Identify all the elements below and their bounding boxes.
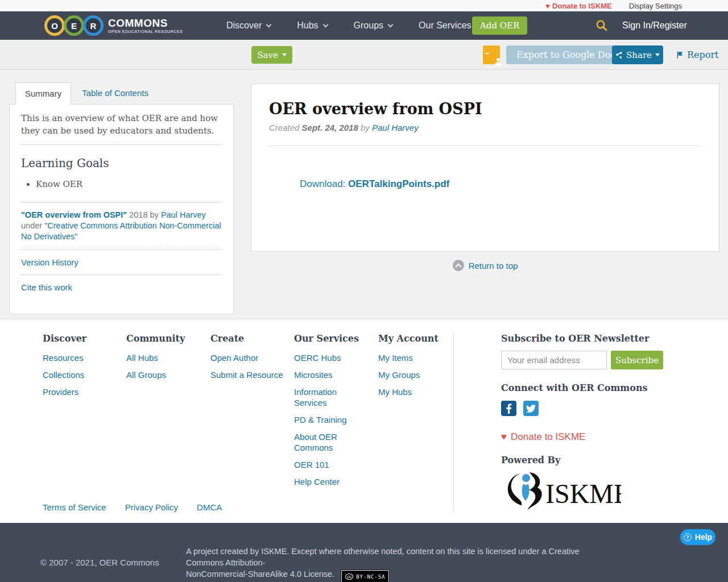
- by-label: by: [358, 123, 372, 132]
- share-button[interactable]: Share: [612, 45, 663, 64]
- footer-link-about-oer-commons[interactable]: About OER Commons: [294, 431, 362, 453]
- logo-ring-e: E: [64, 15, 84, 36]
- google-classroom-button[interactable]: [483, 45, 500, 64]
- oer-commons-logo[interactable]: O E R COMMONS OPEN EDUCATIONAL RESOURCES: [44, 15, 183, 36]
- donate-iskme-link[interactable]: ♥Donate to ISKME: [501, 431, 585, 443]
- attribution-title-link[interactable]: "OER overview from OSPI": [21, 210, 127, 219]
- version-history-link[interactable]: Version History: [21, 257, 222, 267]
- question-icon: ?: [684, 533, 692, 541]
- footer-link-my-hubs[interactable]: My Hubs: [378, 386, 441, 397]
- divider: [21, 250, 222, 250]
- nav-label: Our Services: [419, 20, 471, 30]
- caret-down-icon: [282, 53, 287, 56]
- report-link[interactable]: Report: [676, 40, 718, 70]
- terms-of-service-link[interactable]: Terms of Service: [43, 502, 106, 512]
- footer-column-our-services: Our Services OERC Hubs Microsites Inform…: [294, 333, 362, 493]
- nav-item-our-services[interactable]: Our Services: [419, 20, 480, 31]
- nav-item-hubs[interactable]: Hubs: [297, 20, 327, 31]
- footer-link-my-items[interactable]: My Items: [378, 352, 441, 363]
- iskme-logo[interactable]: ISKME: [504, 470, 672, 513]
- divider: [21, 202, 222, 202]
- help-label: Help: [695, 533, 712, 542]
- footer-link-submit-resource[interactable]: Submit a Resource: [210, 369, 293, 380]
- flag-icon: [676, 51, 684, 59]
- help-button[interactable]: ? Help: [680, 529, 715, 545]
- footer-link-collections[interactable]: Collections: [43, 369, 117, 380]
- footer-column-create: Create Open Author Submit a Resource: [210, 333, 293, 386]
- search-icon[interactable]: [595, 19, 609, 32]
- heart-icon: ♥: [545, 2, 550, 10]
- summary-panel: This is an overview of what OER are and …: [9, 104, 234, 314]
- footer-link-help-center[interactable]: Help Center: [294, 476, 362, 487]
- learning-goals-list: Know OER: [36, 179, 222, 189]
- newsletter-email-input[interactable]: [501, 351, 607, 369]
- return-to-top-link[interactable]: Return to top: [453, 260, 518, 271]
- tab-table-of-contents[interactable]: Table of Contents: [71, 82, 159, 105]
- license-text: A project created by ISKME. Except where…: [186, 546, 618, 582]
- share-label: Share: [626, 50, 652, 60]
- footer-column-title: Our Services: [294, 333, 362, 344]
- license-line2: NonCommercial-ShareAlike 4.0 License.: [186, 569, 334, 579]
- footer-link-oerc-hubs[interactable]: OERC Hubs: [294, 352, 362, 363]
- copyright: © 2007 - 2021, OER Commons: [40, 558, 159, 567]
- logo-ring-r: R: [83, 15, 104, 36]
- tab-summary[interactable]: Summary: [15, 82, 71, 105]
- download-label: Download:: [300, 178, 348, 189]
- nav-label: Groups: [354, 20, 383, 30]
- nav-item-discover[interactable]: Discover: [226, 20, 271, 31]
- footer-link-open-author[interactable]: Open Author: [210, 352, 293, 363]
- cc-icon: cc: [345, 573, 353, 580]
- footer-link-resources[interactable]: Resources: [43, 352, 117, 363]
- sidebar-tabs: Summary Table of Contents: [15, 82, 159, 105]
- download-file-link[interactable]: OERTalkingPoints.pdf: [348, 178, 449, 189]
- author-link[interactable]: Paul Harvey: [372, 123, 419, 132]
- footer-link-my-groups[interactable]: My Groups: [378, 369, 441, 380]
- navbar: O E R COMMONS OPEN EDUCATIONAL RESOURCES…: [0, 11, 728, 40]
- twitter-icon[interactable]: [523, 401, 539, 416]
- display-settings-link[interactable]: Display Settings: [629, 2, 682, 10]
- share-icon: [615, 51, 623, 59]
- resource-description: This is an overview of what OER are and …: [21, 113, 222, 138]
- footer-link-microsites[interactable]: Microsites: [294, 369, 362, 380]
- cite-this-work-link[interactable]: Cite this work: [21, 282, 222, 292]
- nav-label: Discover: [226, 20, 262, 30]
- footer-link-all-groups[interactable]: All Groups: [126, 369, 200, 380]
- attribution-meta: 2018 by: [127, 210, 161, 219]
- footer-link-information-services[interactable]: Information Services: [294, 386, 362, 408]
- save-button[interactable]: Save: [251, 46, 292, 64]
- sign-in-register-link[interactable]: Sign In/Register: [622, 11, 687, 40]
- footer-link-pd-training[interactable]: PD & Training: [294, 414, 362, 425]
- cc-by-nc-sa-badge[interactable]: ccBY-NC-SA: [341, 570, 389, 582]
- add-oer-button[interactable]: Add OER: [472, 16, 527, 35]
- chevron-down-icon: [388, 22, 394, 28]
- nav-item-groups[interactable]: Groups: [354, 20, 392, 31]
- subscribe-button[interactable]: Subscribe: [611, 351, 663, 369]
- legal-links: Terms of Service Privacy Policy DMCA: [43, 502, 222, 512]
- dmca-link[interactable]: DMCA: [197, 502, 222, 512]
- logo-title: COMMONS: [108, 18, 183, 28]
- powered-by-title: Powered By: [501, 455, 672, 465]
- save-label: Save: [257, 50, 278, 60]
- attribution-author-link[interactable]: Paul Harvey: [161, 210, 206, 219]
- donate-link[interactable]: ♥Donate to ISKME: [545, 2, 611, 10]
- heart-icon: ♥: [501, 431, 507, 443]
- footer-link-all-hubs[interactable]: All Hubs: [126, 352, 200, 363]
- footer-link-providers[interactable]: Providers: [43, 386, 117, 397]
- divider: [269, 146, 701, 146]
- newsletter-title: Subscribe to OER Newsletter: [501, 333, 672, 344]
- footer-column-discover: Discover Resources Collections Providers: [43, 333, 117, 404]
- divider: [21, 275, 222, 275]
- facebook-icon[interactable]: [501, 401, 516, 416]
- nav-links: Discover Hubs Groups Our Services: [226, 11, 481, 40]
- report-label: Report: [687, 40, 718, 70]
- attribution-license-link[interactable]: "Creative Commons Attribution Non-Commer…: [21, 221, 221, 241]
- created-label: Created: [269, 123, 302, 132]
- attribution: "OER overview from OSPI" 2018 by Paul Ha…: [21, 210, 222, 242]
- resource-byline: Created Sept. 24, 2018 by Paul Harvey: [269, 123, 701, 132]
- logo-subtitle: OPEN EDUCATIONAL RESOURCES: [108, 30, 183, 34]
- logo-letter: O: [51, 21, 58, 31]
- bottom-bar: © 2007 - 2021, OER Commons A project cre…: [0, 523, 728, 582]
- cc-label: BY-NC-SA: [356, 571, 385, 582]
- footer-link-oer-101[interactable]: OER 101: [294, 459, 362, 470]
- privacy-policy-link[interactable]: Privacy Policy: [125, 502, 178, 512]
